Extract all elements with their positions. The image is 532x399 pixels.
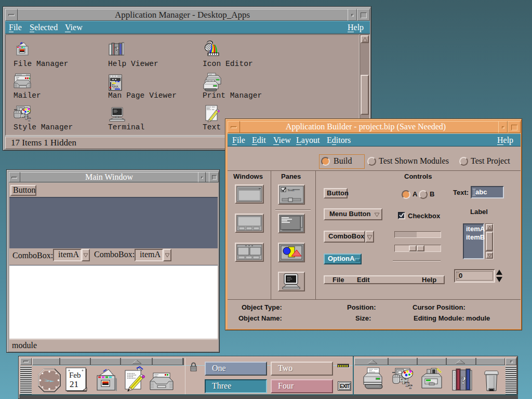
- svg-text:Feb: Feb: [69, 371, 81, 379]
- svg-text:Text:: Text:: [287, 188, 295, 192]
- svg-text:T: T: [28, 117, 31, 122]
- svg-text:T: T: [408, 383, 413, 390]
- svg-text:?: ?: [461, 375, 466, 386]
- svg-text:?: ?: [115, 45, 119, 55]
- svg-text:21: 21: [70, 379, 78, 389]
